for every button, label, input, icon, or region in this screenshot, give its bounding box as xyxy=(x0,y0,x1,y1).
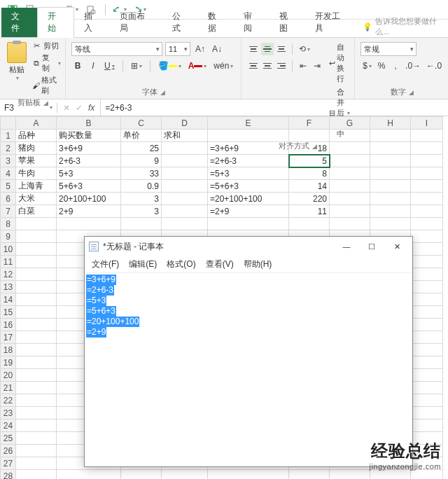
col-header-I[interactable]: I xyxy=(411,117,443,130)
increase-decimal-icon[interactable]: .0→ xyxy=(403,59,423,73)
tab-formulas[interactable]: 公式 xyxy=(162,8,198,37)
cell-A12[interactable] xyxy=(16,268,57,281)
cell-D5[interactable] xyxy=(162,180,208,193)
decrease-font-icon[interactable]: A↓ xyxy=(210,42,224,56)
cell-C2[interactable]: 25 xyxy=(121,142,162,155)
cell-E8[interactable] xyxy=(208,218,289,230)
cell-C6[interactable]: 3 xyxy=(121,193,162,205)
cell-F28[interactable] xyxy=(289,470,330,480)
tab-view[interactable]: 视图 xyxy=(270,8,305,37)
row-header-12[interactable]: 12 xyxy=(1,268,16,281)
align-bottom-icon[interactable] xyxy=(275,43,288,55)
cell-A3[interactable]: 苹果 xyxy=(16,155,57,167)
cell-I8[interactable] xyxy=(411,218,443,230)
font-color-button[interactable]: A▾ xyxy=(186,59,209,73)
cell-D6[interactable] xyxy=(162,193,208,205)
orientation-button[interactable]: ⟲▾ xyxy=(297,42,312,56)
cell-D4[interactable] xyxy=(162,167,208,180)
row-header-3[interactable]: 3 xyxy=(1,155,16,167)
cell-I9[interactable] xyxy=(411,230,443,243)
row-header-11[interactable]: 11 xyxy=(1,256,16,268)
cell-H2[interactable] xyxy=(370,142,411,155)
wrap-text-button[interactable]: ↩自动换行 xyxy=(329,42,350,84)
row-header-22[interactable]: 22 xyxy=(1,394,16,407)
cell-G8[interactable] xyxy=(330,218,370,230)
cell-B28[interactable] xyxy=(57,470,121,480)
cell-A4[interactable]: 牛肉 xyxy=(16,167,57,180)
row-header-17[interactable]: 17 xyxy=(1,331,16,344)
copy-button[interactable]: ⧉复制▾ xyxy=(32,53,61,74)
cell-I14[interactable] xyxy=(411,293,443,306)
row-header-23[interactable]: 23 xyxy=(1,407,16,419)
cell-C8[interactable] xyxy=(121,218,162,230)
name-box[interactable]: F3▾ xyxy=(0,103,57,113)
tell-me[interactable]: 💡 告诉我您想要做什么... xyxy=(363,16,448,37)
cell-E2[interactable]: =3+6+9 xyxy=(208,142,289,155)
cell-A20[interactable] xyxy=(16,369,57,382)
cell-E3[interactable]: =2+6-3 xyxy=(208,155,289,167)
cell-I19[interactable] xyxy=(411,356,443,369)
row-header-20[interactable]: 20 xyxy=(1,369,16,382)
cell-D7[interactable] xyxy=(162,205,208,218)
cell-H8[interactable] xyxy=(370,218,411,230)
cell-B6[interactable]: 20+100+100 xyxy=(57,193,121,205)
row-header-5[interactable]: 5 xyxy=(1,180,16,193)
cell-C3[interactable]: 9 xyxy=(121,155,162,167)
col-header-E[interactable]: E xyxy=(208,117,289,130)
align-middle-icon[interactable] xyxy=(261,43,274,55)
notepad-menu-edit[interactable]: 编辑(E) xyxy=(125,258,161,271)
cell-A17[interactable] xyxy=(16,331,57,344)
row-header-15[interactable]: 15 xyxy=(1,306,16,319)
cell-I12[interactable] xyxy=(411,268,443,281)
cell-A23[interactable] xyxy=(16,407,57,419)
paste-button[interactable]: 粘贴 ▾ xyxy=(4,39,29,96)
font-name-combo[interactable]: 等线 xyxy=(71,42,162,56)
col-header-A[interactable]: A xyxy=(16,117,57,130)
cell-F8[interactable] xyxy=(289,218,330,230)
maximize-button[interactable]: ☐ xyxy=(359,238,384,255)
row-header-24[interactable]: 24 xyxy=(1,419,16,432)
cell-A27[interactable] xyxy=(16,457,57,470)
cell-B4[interactable]: 5+3 xyxy=(57,167,121,180)
cell-F1[interactable] xyxy=(289,130,330,142)
cancel-formula-icon[interactable]: ✕ xyxy=(63,103,70,113)
cell-I5[interactable] xyxy=(411,180,443,193)
row-header-9[interactable]: 9 xyxy=(1,230,16,243)
cell-F2[interactable]: 18 xyxy=(289,142,330,155)
align-right-icon[interactable] xyxy=(275,60,288,72)
fill-color-button[interactable]: 🪣▾ xyxy=(156,59,183,73)
cell-A28[interactable] xyxy=(16,470,57,480)
cell-D2[interactable] xyxy=(162,142,208,155)
cell-I18[interactable] xyxy=(411,344,443,356)
cell-A2[interactable]: 猪肉 xyxy=(16,142,57,155)
cut-button[interactable]: ✂剪切 xyxy=(32,41,61,51)
tab-review[interactable]: 审阅 xyxy=(234,8,270,37)
cell-F3[interactable]: 5 xyxy=(289,155,330,167)
cell-I6[interactable] xyxy=(411,193,443,205)
cell-A19[interactable] xyxy=(16,356,57,369)
minimize-button[interactable]: — xyxy=(334,238,359,255)
cell-A8[interactable] xyxy=(16,218,57,230)
cell-I11[interactable] xyxy=(411,256,443,268)
cell-A13[interactable] xyxy=(16,281,57,293)
row-header-7[interactable]: 7 xyxy=(1,205,16,218)
cell-I20[interactable] xyxy=(411,369,443,382)
cell-E1[interactable] xyxy=(208,130,289,142)
cell-A6[interactable]: 大米 xyxy=(16,193,57,205)
cell-B5[interactable]: 5+6+3 xyxy=(57,180,121,193)
cell-A22[interactable] xyxy=(16,394,57,407)
cell-H5[interactable] xyxy=(370,180,411,193)
row-header-27[interactable]: 27 xyxy=(1,457,16,470)
cell-I23[interactable] xyxy=(411,407,443,419)
cell-D28[interactable] xyxy=(162,470,208,480)
notepad-menu-format[interactable]: 格式(O) xyxy=(162,258,200,271)
cell-A10[interactable] xyxy=(16,243,57,256)
comma-button[interactable]: , xyxy=(389,59,402,73)
cell-C1[interactable]: 单价 xyxy=(121,130,162,142)
cell-G4[interactable] xyxy=(330,167,370,180)
tab-insert[interactable]: 插入 xyxy=(74,8,110,37)
fx-icon[interactable]: fx xyxy=(88,103,94,113)
cell-A15[interactable] xyxy=(16,306,57,319)
row-header-4[interactable]: 4 xyxy=(1,167,16,180)
cell-A21[interactable] xyxy=(16,382,57,394)
